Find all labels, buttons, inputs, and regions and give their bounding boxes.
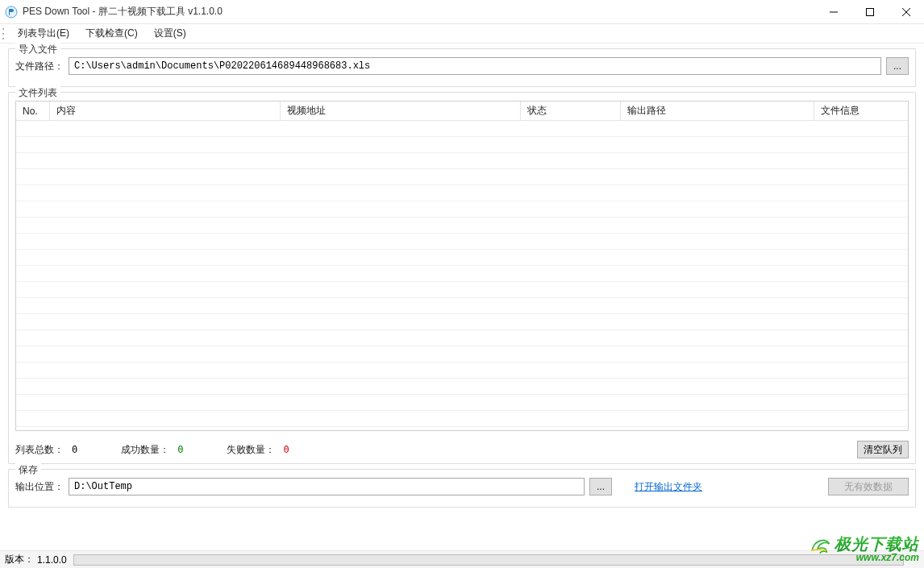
- client-area: 导入文件 文件路径： ... 文件列表 No. 内容 视频地址 状态 输出路径 …: [0, 44, 924, 508]
- grid-body[interactable]: [16, 121, 908, 430]
- minimize-button[interactable]: [815, 0, 851, 23]
- column-header-output-path[interactable]: 输出路径: [621, 102, 814, 120]
- save-group-title: 保存: [15, 463, 41, 477]
- window-title: PES Down Tool - 胖二十视频下载工具 v1.1.0.0: [23, 5, 223, 19]
- column-header-content[interactable]: 内容: [50, 102, 281, 120]
- fail-count-label: 失败数量：: [227, 443, 275, 457]
- menu-export[interactable]: 列表导出(E): [10, 24, 77, 43]
- no-valid-data-button: 无有效数据: [828, 478, 909, 495]
- window-controls: [815, 0, 924, 23]
- import-file-group: 导入文件 文件路径： ...: [8, 48, 916, 87]
- column-header-file-info[interactable]: 文件信息: [814, 102, 908, 120]
- progress-bar: [73, 554, 904, 566]
- column-header-video-url[interactable]: 视频地址: [281, 102, 521, 120]
- success-count-value: 0: [177, 444, 183, 455]
- maximize-button[interactable]: [851, 0, 888, 23]
- app-icon: [5, 6, 18, 19]
- clear-queue-button[interactable]: 清空队列: [857, 441, 909, 458]
- file-list-group-title: 文件列表: [15, 86, 60, 100]
- svg-rect-1: [866, 8, 873, 15]
- open-output-folder-link[interactable]: 打开输出文件夹: [635, 480, 702, 494]
- status-bar: 版本： 1.1.0.0: [0, 550, 924, 568]
- version-value: 1.1.0.0: [37, 554, 67, 566]
- menu-settings[interactable]: 设置(S): [146, 24, 194, 43]
- browse-file-button[interactable]: ...: [886, 57, 909, 75]
- grid-header: No. 内容 视频地址 状态 输出路径 文件信息: [16, 102, 908, 121]
- import-group-title: 导入文件: [15, 43, 60, 56]
- stats-row: 列表总数： 0 成功数量： 0 失败数量： 0 清空队列: [15, 441, 909, 458]
- browse-output-button[interactable]: ...: [589, 478, 612, 495]
- output-location-input[interactable]: [69, 478, 585, 495]
- close-button[interactable]: [888, 0, 924, 23]
- fail-count-value: 0: [283, 444, 289, 455]
- version-label: 版本：: [5, 553, 34, 566]
- menu-bar: 列表导出(E) 下载检查(C) 设置(S): [0, 24, 924, 44]
- column-header-no[interactable]: No.: [16, 102, 50, 120]
- file-list-group: 文件列表 No. 内容 视频地址 状态 输出路径 文件信息 列表总数： 0 成功…: [8, 92, 916, 464]
- title-bar: PES Down Tool - 胖二十视频下载工具 v1.1.0.0: [0, 0, 924, 24]
- menu-download-check[interactable]: 下载检查(C): [77, 24, 146, 43]
- total-count-label: 列表总数：: [15, 443, 64, 457]
- file-path-input[interactable]: [69, 57, 881, 75]
- file-list-grid[interactable]: No. 内容 视频地址 状态 输出路径 文件信息: [15, 101, 909, 431]
- toolbar-grip-icon: [2, 27, 6, 41]
- total-count-value: 0: [72, 444, 77, 455]
- save-group: 保存 输出位置： ... 打开输出文件夹 无有效数据: [8, 469, 916, 508]
- file-path-label: 文件路径：: [15, 60, 64, 73]
- success-count-label: 成功数量：: [121, 443, 169, 457]
- column-header-status[interactable]: 状态: [521, 102, 621, 120]
- output-location-label: 输出位置：: [15, 480, 64, 494]
